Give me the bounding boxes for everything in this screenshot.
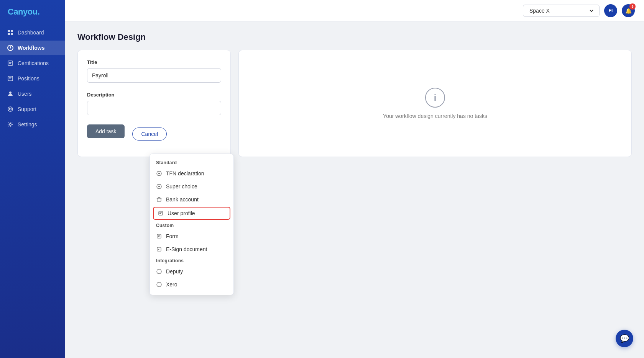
page-title: Workflow Design [77, 32, 632, 42]
sidebar-label-support: Support [18, 106, 36, 112]
svg-point-29 [157, 269, 161, 274]
form-label: Form [166, 233, 179, 239]
deputy-label: Deputy [166, 268, 183, 275]
svg-rect-2 [8, 33, 10, 35]
description-input[interactable] [87, 101, 221, 115]
avatar[interactable]: FI [604, 4, 617, 17]
super-choice-label: Super choice [166, 183, 197, 190]
description-label: Description [87, 92, 221, 98]
add-task-button[interactable]: Add task [87, 124, 125, 138]
avatar-initials: FI [609, 8, 613, 13]
workflows-icon [7, 44, 14, 51]
chat-button[interactable]: 💬 [616, 330, 633, 347]
certifications-icon [7, 60, 14, 67]
right-panel: i Your workflow design currently has no … [238, 50, 632, 157]
bank-account-label: Bank account [166, 196, 199, 203]
dropdown-item-super-choice[interactable]: Super choice [150, 180, 233, 193]
sidebar-label-users: Users [18, 91, 32, 97]
svg-point-30 [157, 282, 161, 287]
xero-icon [156, 281, 162, 288]
title-field-group: Title [87, 59, 221, 90]
deputy-icon [156, 268, 162, 275]
cancel-button[interactable]: Cancel [132, 128, 167, 141]
add-task-dropdown: Standard TFN declaration Super choice Ba… [150, 154, 234, 295]
sidebar-item-positions[interactable]: Positions [0, 71, 65, 86]
svg-point-6 [10, 47, 11, 49]
svg-rect-0 [8, 30, 10, 32]
bank-icon [156, 196, 162, 203]
xero-label: Xero [166, 281, 177, 288]
svg-rect-10 [8, 76, 13, 81]
super-choice-icon [156, 183, 162, 190]
sidebar-item-settings[interactable]: Settings [0, 117, 65, 132]
support-icon [7, 106, 14, 113]
dropdown-item-deputy[interactable]: Deputy [150, 265, 233, 278]
sidebar-nav: Dashboard Workflows Certifications Posit… [0, 25, 65, 132]
space-dropdown[interactable]: Space X Space Y Space Z [528, 7, 595, 14]
custom-section-label: Custom [150, 221, 233, 230]
svg-point-18 [158, 173, 160, 174]
dropdown-item-form[interactable]: Form [150, 230, 233, 243]
sidebar-label-certifications: Certifications [18, 60, 49, 66]
notification-badge: 9 [629, 3, 636, 10]
sidebar-label-workflows: Workflows [18, 45, 45, 51]
logo-dot: . [38, 7, 40, 16]
sidebar-item-workflows[interactable]: Workflows [0, 41, 65, 55]
dropdown-item-tfn[interactable]: TFN declaration [150, 167, 233, 180]
svg-point-20 [158, 186, 160, 187]
main-wrapper: Space X Space Y Space Z FI 🔔 9 Workflow … [65, 0, 644, 358]
dropdown-item-user-profile[interactable]: User profile [153, 207, 230, 220]
esign-label: E-Sign document [166, 246, 207, 252]
chat-icon: 💬 [620, 334, 629, 343]
form-panel: Title Description Add task Cancel [77, 50, 231, 157]
svg-point-15 [10, 108, 12, 110]
dropdown-item-xero[interactable]: Xero [150, 278, 233, 291]
title-label: Title [87, 59, 221, 65]
dashboard-icon [7, 29, 14, 36]
svg-rect-21 [157, 199, 161, 201]
description-field-group: Description [87, 92, 221, 122]
dropdown-item-esign[interactable]: E-Sign document [150, 243, 233, 256]
no-tasks-icon: i [425, 88, 445, 108]
svg-point-14 [8, 107, 13, 111]
dropdown-item-bank-account[interactable]: Bank account [150, 193, 233, 206]
svg-rect-1 [11, 30, 13, 32]
sidebar: Canyou. Dashboard Workflows Certificatio… [0, 0, 65, 358]
sidebar-label-dashboard: Dashboard [18, 29, 44, 36]
tfn-icon [156, 170, 162, 177]
content-layout: Title Description Add task Cancel i Your… [77, 50, 632, 157]
users-icon [7, 90, 14, 97]
space-selector[interactable]: Space X Space Y Space Z [523, 5, 600, 17]
tfn-label: TFN declaration [166, 170, 204, 177]
sidebar-label-positions: Positions [18, 75, 39, 82]
settings-icon [7, 121, 14, 128]
sidebar-item-dashboard[interactable]: Dashboard [0, 25, 65, 40]
svg-point-13 [9, 92, 12, 94]
integrations-section-label: Integrations [150, 256, 233, 265]
sidebar-label-settings: Settings [18, 121, 37, 128]
svg-rect-7 [8, 61, 13, 65]
standard-section-label: Standard [150, 158, 233, 167]
sidebar-item-users[interactable]: Users [0, 87, 65, 101]
app-logo: Canyou. [0, 0, 65, 25]
user-profile-icon [158, 210, 164, 216]
notification-button[interactable]: 🔔 9 [622, 4, 635, 17]
svg-point-16 [10, 124, 12, 126]
esign-icon [156, 246, 162, 252]
content-area: Workflow Design Title Description Add ta… [65, 21, 644, 358]
positions-icon [7, 75, 14, 82]
user-profile-label: User profile [168, 210, 195, 216]
no-tasks-text: Your workflow design currently has no ta… [383, 113, 487, 119]
sidebar-item-support[interactable]: Support [0, 102, 65, 116]
logo-text: Canyou [8, 7, 38, 16]
svg-rect-3 [11, 33, 13, 35]
title-input[interactable] [87, 68, 221, 83]
topbar: Space X Space Y Space Z FI 🔔 9 [65, 0, 644, 21]
form-icon [156, 233, 162, 239]
sidebar-item-certifications[interactable]: Certifications [0, 56, 65, 70]
info-symbol: i [434, 92, 437, 103]
